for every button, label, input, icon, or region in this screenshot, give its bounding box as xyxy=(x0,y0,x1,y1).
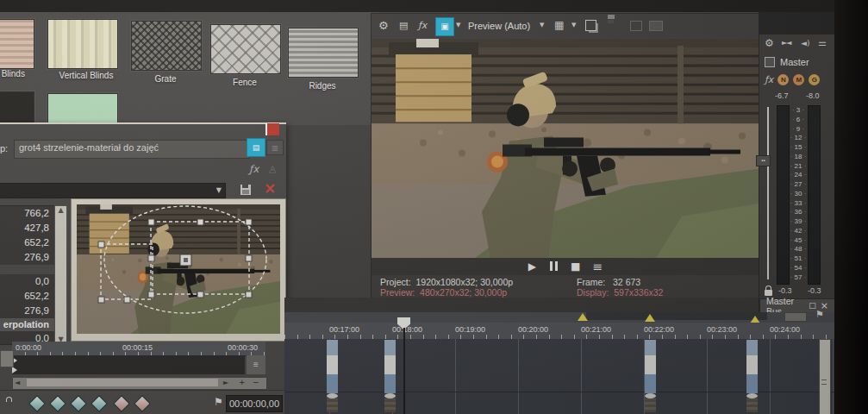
sync-cursor-icon[interactable]: ⚑ xyxy=(214,397,223,407)
monitor-bezel xyxy=(834,0,868,414)
param-value[interactable]: 652,2 xyxy=(0,289,54,304)
clip-event[interactable] xyxy=(327,340,338,412)
track-resize-handle[interactable]: ≡ xyxy=(247,355,265,374)
master-fader[interactable] xyxy=(767,107,769,279)
fx-bypass-icon[interactable]: ◬ xyxy=(269,164,276,173)
marker-bar[interactable]: ⚑ xyxy=(284,312,834,323)
keyframe-ruler[interactable]: 0:00:00 00:00:15 00:00:30 xyxy=(12,342,265,356)
preset-thumb-horizontal-blinds[interactable] xyxy=(0,19,34,69)
save-preset-icon[interactable] xyxy=(240,185,251,195)
pan-crop-video[interactable] xyxy=(77,204,280,334)
loop-region[interactable] xyxy=(586,312,767,320)
delete-keyframe-button[interactable] xyxy=(134,395,151,412)
copy-snapshot-icon[interactable] xyxy=(585,20,596,31)
app-logo-icon xyxy=(265,123,279,135)
db-tick: 9 xyxy=(792,126,804,133)
overlay-grid-icon[interactable]: ▦ xyxy=(554,20,564,30)
values-scrollbar[interactable]: ▲ ▼ xyxy=(54,205,67,345)
scroll-right-icon[interactable]: ► xyxy=(223,380,228,386)
preset-thumb-grate[interactable] xyxy=(131,21,202,71)
fx-icon[interactable]: ƒx xyxy=(249,164,259,174)
quality-caret-icon[interactable]: ▼ xyxy=(540,22,544,28)
video-fx-icon[interactable]: ƒx xyxy=(418,21,427,30)
project-properties-icon[interactable]: ▤ xyxy=(399,21,408,30)
fx-badge[interactable]: M xyxy=(793,74,804,85)
scrollbar-thumb[interactable] xyxy=(27,379,218,386)
param-value[interactable]: 652,2 xyxy=(0,235,54,250)
marker-tool-button[interactable] xyxy=(784,312,807,322)
db-tick: 3 xyxy=(792,107,804,114)
preset-name-field[interactable]: grot4 strzelenie-materiał do zajęć xyxy=(14,140,250,159)
preset-thumb-ridges[interactable] xyxy=(288,28,359,78)
ruler-label: 00:00:30 xyxy=(228,343,258,352)
time-ruler[interactable]: 00:17:00 00:18:00 00:19:00 00:20:00 00:2… xyxy=(284,323,834,340)
ruler-label: 00:21:00 xyxy=(581,325,611,334)
zoom-out-icon[interactable]: − xyxy=(253,379,259,386)
pause-button[interactable] xyxy=(548,259,559,274)
external-monitor-button[interactable]: ▣ xyxy=(435,17,454,36)
keyframe-track-2[interactable] xyxy=(12,365,245,374)
timeline-marker[interactable] xyxy=(645,314,655,322)
timeline-marker[interactable] xyxy=(578,313,588,321)
meter-left-channel xyxy=(777,105,790,285)
preset-thumb-green[interactable] xyxy=(47,93,118,126)
scroll-up-icon[interactable]: ▲ xyxy=(55,206,66,215)
param-value[interactable]: 766,2 xyxy=(0,206,54,221)
delete-preset-icon[interactable]: × xyxy=(264,181,276,196)
frame-value: 32 673 xyxy=(613,277,640,287)
master-toolbar: ⚙ ►◄ ◄) ⚌ xyxy=(759,34,835,53)
keyframe-timecode[interactable]: 00:00:00,00 xyxy=(226,395,283,412)
keyframe-scrollbar[interactable]: ◄ ► + − xyxy=(12,377,267,390)
next-keyframe-button[interactable] xyxy=(70,395,87,412)
meter-scale: 3 6 9 12 15 18 21 24 27 30 33 36 39 42 4… xyxy=(789,107,808,281)
clip-event[interactable] xyxy=(645,340,656,412)
timeline-vscrollbar[interactable] xyxy=(819,339,831,414)
gear-icon[interactable]: ⚙ xyxy=(378,20,389,31)
last-keyframe-button[interactable] xyxy=(91,395,108,412)
pan-crop-selection-overlay[interactable] xyxy=(77,204,280,334)
fx-badge[interactable]: N xyxy=(777,74,789,85)
frame-status-line: Frame: 32 673 xyxy=(577,277,640,287)
preset-thumb-fence[interactable] xyxy=(210,24,281,74)
edge-panel-fragment xyxy=(0,350,14,367)
view-toggle-2-button[interactable]: ▥ xyxy=(266,140,284,155)
monitor-caret-icon[interactable]: ▼ xyxy=(456,22,460,28)
stop-button[interactable]: ■ xyxy=(571,261,580,272)
grid-caret-icon[interactable]: ▼ xyxy=(571,22,576,28)
display-label: Display: xyxy=(577,287,609,298)
keyframe-combo[interactable]: ▼ xyxy=(0,183,226,198)
add-keyframe-button[interactable] xyxy=(113,395,130,412)
bus-fx-icon[interactable]: ƒx xyxy=(765,75,773,85)
project-status-line: Project: 1920x1080x32; 30,000p xyxy=(380,277,513,287)
transport-menu-button[interactable]: ≡ xyxy=(592,260,603,273)
view-toggle-active-button[interactable]: ▤ xyxy=(247,138,265,157)
clip-event[interactable] xyxy=(746,340,758,412)
mixer-icon[interactable]: ⚌ xyxy=(818,38,827,47)
param-value[interactable]: 276,9 xyxy=(0,250,54,265)
zoom-in-icon[interactable]: + xyxy=(239,379,246,386)
workspace-gap xyxy=(284,125,379,312)
scroll-left-icon[interactable]: ◄ xyxy=(15,380,20,386)
play-button[interactable]: ▶ xyxy=(528,261,536,272)
param-value[interactable]: 427,8 xyxy=(0,221,54,235)
preview-label: Preview: xyxy=(380,287,415,298)
preview-quality-dropdown[interactable]: Preview (Auto) xyxy=(468,21,530,31)
clip-event[interactable] xyxy=(384,340,396,412)
fx-badge[interactable]: G xyxy=(809,74,820,85)
marker-flag-icon[interactable]: ⚑ xyxy=(815,310,824,319)
meter-range-button[interactable]: ▪▪ xyxy=(756,155,771,166)
preview-video-area[interactable] xyxy=(372,39,759,258)
gear-icon[interactable]: ⚙ xyxy=(765,38,774,48)
preset-name-value: grot4 strzelenie-materiał do zajęć xyxy=(19,142,159,153)
insert-fx-icon[interactable]: ►◄ xyxy=(782,40,790,47)
preset-thumb-vertical-blinds[interactable] xyxy=(47,19,118,69)
param-value[interactable]: 276,9 xyxy=(0,304,54,318)
speaker-icon[interactable]: ◄) xyxy=(801,40,809,47)
preset-thumb-dark[interactable] xyxy=(0,91,34,124)
track-area[interactable] xyxy=(284,339,834,414)
previous-keyframe-button[interactable] xyxy=(49,395,66,412)
first-keyframe-button[interactable] xyxy=(28,395,46,412)
param-section-divider xyxy=(0,265,54,274)
param-value[interactable]: 0,0 xyxy=(0,274,54,289)
db-tick: 36 xyxy=(790,209,807,216)
